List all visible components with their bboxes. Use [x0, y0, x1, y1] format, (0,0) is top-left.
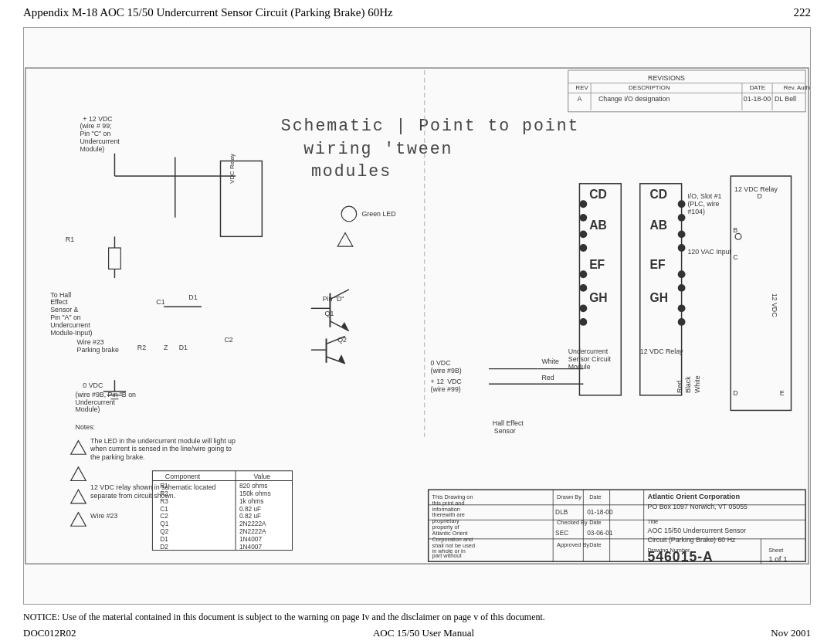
svg-text:C1: C1	[156, 298, 164, 306]
svg-text:(PLC, wire: (PLC, wire	[687, 200, 719, 208]
svg-rect-165	[429, 490, 805, 561]
svg-text:1N4007: 1N4007	[239, 543, 262, 551]
svg-text:C: C	[733, 253, 738, 261]
svg-text:R2: R2	[137, 344, 146, 351]
svg-point-128	[579, 244, 587, 252]
svg-text:R1: R1	[66, 236, 74, 243]
svg-text:Module): Module)	[80, 145, 104, 153]
svg-text:GH: GH	[589, 291, 607, 304]
svg-text:C2: C2	[160, 512, 168, 520]
svg-text:D1: D1	[160, 535, 168, 543]
svg-text:Title: Title	[648, 518, 659, 525]
svg-text:D: D	[757, 192, 761, 200]
svg-rect-135	[640, 184, 682, 395]
svg-text:Pin "A" on: Pin "A" on	[50, 314, 81, 321]
svg-text:VDC Relay: VDC Relay	[229, 154, 236, 184]
svg-text:Pin "D": Pin "D"	[323, 295, 344, 303]
svg-text:C1: C1	[160, 505, 168, 513]
svg-text:Value: Value	[253, 473, 270, 480]
main-content: REVISIONS REV DESCRIPTION DATE Rev. Auth…	[0, 25, 834, 606]
svg-text:Approved By: Approved By	[557, 541, 589, 548]
svg-point-125	[579, 214, 587, 222]
svg-text:Schematic | Point to point: Schematic | Point to point	[281, 117, 580, 135]
svg-text:A: A	[578, 95, 582, 103]
svg-text:Date: Date	[589, 541, 601, 548]
svg-text:DESCRIPTION: DESCRIPTION	[629, 84, 670, 91]
svg-text:DL Bell: DL Bell	[775, 95, 796, 103]
svg-point-144	[678, 284, 686, 292]
svg-point-140	[678, 230, 686, 238]
svg-rect-79	[152, 471, 292, 551]
svg-text:01-18-00: 01-18-00	[744, 95, 771, 103]
svg-text:1N4007: 1N4007	[239, 535, 262, 543]
svg-text:Wire #23: Wire #23	[77, 338, 104, 346]
svg-text:AB: AB	[589, 219, 607, 232]
svg-text:GH: GH	[649, 291, 667, 304]
svg-text:#104): #104)	[687, 208, 705, 215]
svg-text:12 VDC: 12 VDC	[771, 293, 778, 317]
svg-text:D1: D1	[179, 344, 188, 351]
svg-text:Undercurrent: Undercurrent	[80, 137, 120, 145]
svg-text:0 VDC: 0 VDC	[83, 381, 103, 389]
svg-text:Sheet: Sheet	[768, 547, 783, 554]
svg-text:B: B	[733, 226, 737, 234]
svg-text:separate from circuit shown.: separate from circuit shown.	[90, 492, 175, 500]
svg-point-131	[579, 284, 587, 292]
svg-text:EF: EF	[589, 258, 605, 271]
svg-text:Atlantic Orient Corporation: Atlantic Orient Corporation	[648, 493, 741, 500]
svg-text:Circuit (Parking Brake) 60 Hz: Circuit (Parking Brake) 60 Hz	[648, 536, 737, 544]
svg-text:the parking brake.: the parking brake.	[90, 453, 144, 461]
svg-text:Change I/O designation: Change I/O designation	[598, 95, 670, 103]
svg-text:Module-Input): Module-Input)	[50, 329, 92, 337]
svg-point-160	[735, 233, 741, 239]
svg-point-34	[341, 206, 357, 222]
svg-rect-1	[568, 70, 805, 112]
doc-number: DOC012R02	[23, 627, 76, 639]
svg-text:Drawn By: Drawn By	[557, 493, 581, 500]
svg-text:when current is sensed in the : when current is sensed in the line/wire …	[90, 445, 232, 452]
publication-date: Nov 2001	[771, 627, 811, 639]
svg-text:01-18-00: 01-18-00	[587, 508, 613, 516]
svg-text:Undercurrent: Undercurrent	[76, 398, 116, 406]
page-title: Appendix M-18 AOC 15/50 Undercurrent Sen…	[23, 6, 393, 19]
page-number: 222	[794, 6, 812, 19]
svg-point-130	[579, 270, 587, 278]
svg-text:Undercurrent: Undercurrent	[568, 347, 609, 355]
svg-text:E: E	[780, 389, 785, 397]
svg-text:Hall Effect: Hall Effect	[493, 419, 524, 427]
svg-text:Notes:: Notes:	[76, 423, 95, 431]
svg-point-143	[678, 270, 686, 278]
svg-point-134	[579, 318, 587, 326]
svg-text:12 VDC relay shown in schemati: 12 VDC relay shown in schematic located	[90, 483, 215, 491]
svg-text:Z: Z	[164, 344, 168, 351]
svg-text:CD: CD	[589, 188, 607, 201]
svg-text:SEC: SEC	[555, 529, 568, 537]
svg-text:Sensor: Sensor	[494, 427, 516, 435]
manual-title: AOC 15/50 User Manual	[373, 627, 474, 639]
page-header: Appendix M-18 AOC 15/50 Undercurrent Sen…	[0, 0, 834, 25]
svg-text:PO Box 1097 Norwich, VT 05055: PO Box 1097 Norwich, VT 05055	[648, 503, 748, 510]
svg-text:White: White	[542, 358, 560, 365]
notice-text: NOTICE: Use of the material contained in…	[23, 612, 545, 622]
svg-marker-105	[71, 513, 86, 527]
svg-rect-156	[731, 176, 791, 410]
svg-text:Sensor &: Sensor &	[50, 306, 78, 314]
svg-text:1 of 1: 1 of 1	[768, 554, 787, 563]
svg-text:The LED in the undercurrent mo: The LED in the undercurrent module will …	[90, 437, 236, 445]
svg-text:Sensor Circuit: Sensor Circuit	[568, 355, 612, 363]
svg-text:Checked By: Checked By	[557, 519, 588, 526]
svg-text:CD: CD	[649, 188, 667, 201]
svg-text:Component: Component	[165, 473, 201, 480]
svg-marker-102	[71, 490, 86, 503]
svg-text:Date: Date	[589, 493, 601, 500]
svg-point-147	[678, 318, 686, 326]
svg-text:part without: part without	[432, 552, 462, 559]
svg-text:Green LED: Green LED	[362, 210, 396, 218]
svg-rect-33	[109, 248, 121, 269]
svg-text:D2: D2	[160, 543, 168, 551]
svg-text:+ 12 VDC: + 12 VDC	[83, 115, 113, 123]
svg-text:Q2: Q2	[160, 527, 168, 535]
svg-text:D: D	[733, 389, 737, 397]
svg-text:AOC 15/50 Undercurrent Sensor: AOC 15/50 Undercurrent Sensor	[648, 527, 747, 534]
svg-text:(wire #9B): (wire #9B)	[431, 367, 462, 375]
